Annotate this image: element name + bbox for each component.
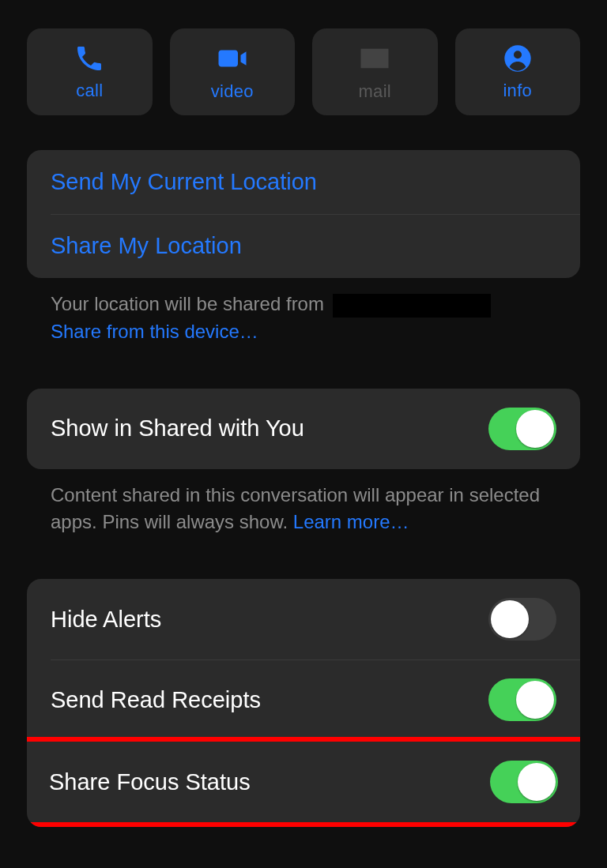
toggle-knob — [491, 600, 529, 638]
redacted-device-name — [333, 294, 491, 318]
show-in-shared-with-you-label: Show in Shared with You — [51, 415, 304, 442]
contact-actions-row: call video mail info — [27, 28, 580, 115]
show-in-shared-with-you-row: Show in Shared with You — [27, 389, 580, 469]
person-circle-icon — [502, 43, 533, 74]
share-focus-status-highlight: Share Focus Status — [27, 737, 580, 827]
info-label: info — [503, 81, 532, 101]
mail-button[interactable]: mail — [312, 28, 438, 115]
share-focus-status-row: Share Focus Status — [32, 742, 575, 822]
conversation-settings-group: Hide Alerts Send Read Receipts Share Foc… — [27, 579, 580, 827]
video-icon — [216, 42, 249, 75]
send-read-receipts-toggle[interactable] — [488, 678, 556, 721]
show-in-shared-with-you-toggle[interactable] — [488, 408, 556, 450]
mail-label: mail — [358, 81, 391, 102]
share-focus-status-label: Share Focus Status — [49, 769, 251, 795]
learn-more-link[interactable]: Learn more… — [293, 511, 409, 532]
share-my-location-label: Share My Location — [51, 233, 242, 259]
send-current-location-label: Send My Current Location — [51, 169, 317, 195]
mail-icon — [358, 42, 391, 75]
phone-icon — [74, 43, 105, 74]
send-current-location-row[interactable]: Send My Current Location — [27, 150, 580, 214]
send-read-receipts-row: Send Read Receipts — [27, 659, 580, 740]
share-focus-status-toggle[interactable] — [490, 761, 558, 803]
svg-point-1 — [514, 51, 522, 58]
hide-alerts-label: Hide Alerts — [51, 607, 161, 633]
call-button[interactable]: call — [27, 28, 153, 115]
location-footer-text: Your location will be shared from — [51, 293, 324, 314]
toggle-knob — [516, 681, 554, 719]
toggle-knob — [518, 763, 556, 801]
send-read-receipts-label: Send Read Receipts — [51, 687, 261, 713]
hide-alerts-toggle[interactable] — [488, 598, 556, 641]
share-my-location-row[interactable]: Share My Location — [27, 214, 580, 278]
location-group: Send My Current Location Share My Locati… — [27, 150, 580, 278]
call-label: call — [76, 81, 103, 101]
toggle-knob — [516, 410, 554, 448]
share-from-device-link[interactable]: Share from this device… — [51, 321, 258, 342]
shared-with-you-footer: Content shared in this conversation will… — [27, 469, 580, 537]
video-label: video — [211, 81, 254, 102]
hide-alerts-row: Hide Alerts — [27, 579, 580, 659]
video-button[interactable]: video — [170, 28, 296, 115]
location-footer: Your location will be shared from Share … — [27, 278, 580, 346]
shared-with-you-group: Show in Shared with You — [27, 389, 580, 469]
info-button[interactable]: info — [455, 28, 581, 115]
